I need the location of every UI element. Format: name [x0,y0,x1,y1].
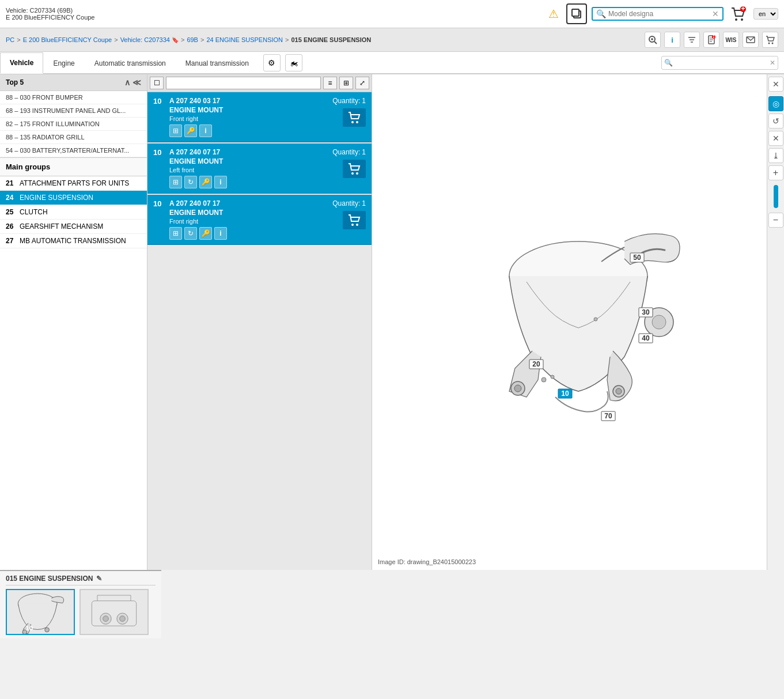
part-name-1: ENGINE MOUNT [169,157,315,165]
part-key-btn-1[interactable]: 🔑 [199,176,212,188]
parts-checkbox[interactable]: ☐ [150,77,164,89]
model-search-box: 🔍 ✕ [592,7,724,21]
tab-manual-transmission[interactable]: Manual transmission [176,53,259,73]
bottom-title: 015 ENGINE SUSPENSION ✎ [6,575,156,585]
part-key-btn-0[interactable]: 🔑 [184,124,197,137]
tab-vehicle[interactable]: Vehicle [0,52,43,74]
qty-label-1: Quantity: 1 [332,148,366,156]
breadcrumb-current: 015 ENGINE SUSPENSION [291,36,371,43]
part-details-2: A 207 240 07 17 ENGINE MOUNT Front right… [169,199,315,240]
info-icon[interactable]: i [664,32,680,48]
top5-list: 88 – 030 FRONT BUMPER 68 – 193 INSTRUMEN… [0,91,147,158]
thumbnail-2[interactable] [79,589,149,635]
tab-automatic-transmission[interactable]: Automatic transmission [85,53,176,73]
breadcrumb: PC > E 200 BlueEFFICIENCY Coupe > Vehicl… [0,28,784,52]
wis-icon[interactable]: WIS [723,32,739,48]
part-table-btn-1[interactable]: ⊞ [169,176,182,188]
top5-item[interactable]: 88 – 135 RADIATOR GRILL [0,131,147,144]
part-item-2[interactable]: 10 A 207 240 07 17 ENGINE MOUNT Front ri… [147,195,372,245]
part-info-btn-0[interactable]: i [199,124,212,137]
zoom-in-icon[interactable] [645,32,661,48]
parts-expand-view[interactable]: ⤢ [355,77,369,89]
bike-tab-icon[interactable]: 🏍 [285,54,302,71]
svg-point-24 [351,172,354,175]
sidebar: Top 5 ∧ ≪ 88 – 030 FRONT BUMPER 68 – 193… [0,74,147,570]
parts-grid-view[interactable]: ⊞ [339,77,353,89]
add-to-cart-btn-2[interactable] [343,211,366,229]
part-name-2: ENGINE MOUNT [169,209,315,217]
part-info-btn-2[interactable]: i [214,227,227,240]
part-actions-0: ⊞ 🔑 i [169,124,315,137]
group-item-25[interactable]: 25 CLUTCH [0,205,147,220]
svg-rect-1 [572,9,579,16]
breadcrumb-vehicle[interactable]: Vehicle: C207334 🔖 [120,36,179,43]
zoom-in-img-btn[interactable]: + [768,165,783,180]
svg-point-52 [45,628,50,632]
cross-img-btn[interactable]: ✕ [768,131,783,146]
close-img-btn[interactable]: ✕ [768,77,783,92]
group-item-26[interactable]: 26 GEARSHIFT MECHANISM [0,220,147,234]
tabs-search-input[interactable] [675,56,767,69]
copy-icon [571,8,582,20]
group-item-21[interactable]: 21 ATTACHMENT PARTS FOR UNITS [0,176,147,191]
history-img-btn[interactable]: ↺ [768,114,783,129]
model-search-input[interactable] [608,10,712,18]
tab-engine[interactable]: Engine [43,53,84,73]
cart-bc-icon[interactable] [762,32,778,48]
part-info-btn-1[interactable]: i [214,176,227,188]
add-to-cart-btn-0[interactable] [343,108,366,127]
qty-label-0: Quantity: 1 [332,97,366,105]
parts-search-input[interactable] [166,77,321,89]
breadcrumb-69b[interactable]: 69B [187,36,198,43]
thumbnails: 10 [6,589,156,635]
target-img-btn[interactable]: ◎ [768,96,783,111]
header-left: Vehicle: C207334 (69B) E 200 BlueEFFICIE… [6,7,94,21]
part-item-1[interactable]: 10 A 207 240 07 17 ENGINE MOUNT Left fro… [147,143,372,194]
cart-icon: + [730,6,747,22]
part-refresh-btn-2[interactable]: ↻ [184,227,197,240]
thumbnail-1[interactable]: 10 [6,589,75,635]
group-item-27[interactable]: 27 MB AUTOMATIC TRANSMISSION [0,234,147,248]
breadcrumb-engine-suspension-link[interactable]: 24 ENGINE SUSPENSION [206,36,283,43]
add-to-cart-btn-1[interactable] [343,160,366,178]
mail-icon[interactable] [743,32,759,48]
tabs-search-clear[interactable]: ✕ [767,56,778,69]
download-img-btn[interactable]: ⤓ [768,148,783,163]
language-select[interactable]: en de fr [753,8,778,20]
document-icon[interactable]: ! [703,32,719,48]
svg-text:20: 20 [532,360,540,368]
image-id: Image ID: drawing_B24015000223 [378,558,476,565]
top5-label: Top 5 [6,78,24,86]
svg-text:10: 10 [25,624,33,632]
parts-list-view[interactable]: ≡ [323,77,337,89]
expand-icon[interactable]: ≪ [132,78,141,87]
part-desc-0: Front right [169,115,315,122]
tab-extra-icons: ⚙ 🏍 [263,54,302,71]
search-clear-icon[interactable]: ✕ [712,9,719,18]
svg-text:50: 50 [633,254,641,262]
part-key-btn-2[interactable]: 🔑 [199,227,212,240]
group-item-24[interactable]: 24 ENGINE SUSPENSION [0,191,147,205]
part-item-0[interactable]: 10 A 207 240 03 17 ENGINE MOUNT Front ri… [147,92,372,142]
filter-icon[interactable] [684,32,700,48]
breadcrumb-model[interactable]: E 200 BlueEFFICIENCY Coupe [23,36,112,43]
copy-button[interactable] [566,3,587,24]
top5-item[interactable]: 88 – 030 FRONT BUMPER [0,91,147,104]
settings-tab-icon[interactable]: ⚙ [263,54,281,71]
top5-item[interactable]: 68 – 193 INSTRUMENT PANEL AND GL... [0,104,147,118]
part-table-btn-0[interactable]: ⊞ [169,124,182,137]
top5-item[interactable]: 54 – 030 BATTERY,STARTER/ALTERNAT... [0,144,147,157]
zoom-out-img-btn[interactable]: − [768,213,783,228]
svg-text:!: ! [713,35,715,40]
main-content: Top 5 ∧ ≪ 88 – 030 FRONT BUMPER 68 – 193… [0,74,784,570]
part-refresh-btn-1[interactable]: ↻ [184,176,197,188]
warning-icon[interactable]: ⚠ [546,6,562,22]
groups-list: 21 ATTACHMENT PARTS FOR UNITS 24 ENGINE … [0,176,147,570]
breadcrumb-pc[interactable]: PC [6,36,14,43]
top5-item[interactable]: 82 – 175 FRONT ILLUMINATION [0,118,147,131]
cart-button[interactable]: + [728,3,749,24]
collapse-icon[interactable]: ∧ [124,78,130,87]
edit-icon[interactable]: ✎ [96,575,102,583]
part-pos-2: 10 [153,199,165,208]
part-table-btn-2[interactable]: ⊞ [169,227,182,240]
